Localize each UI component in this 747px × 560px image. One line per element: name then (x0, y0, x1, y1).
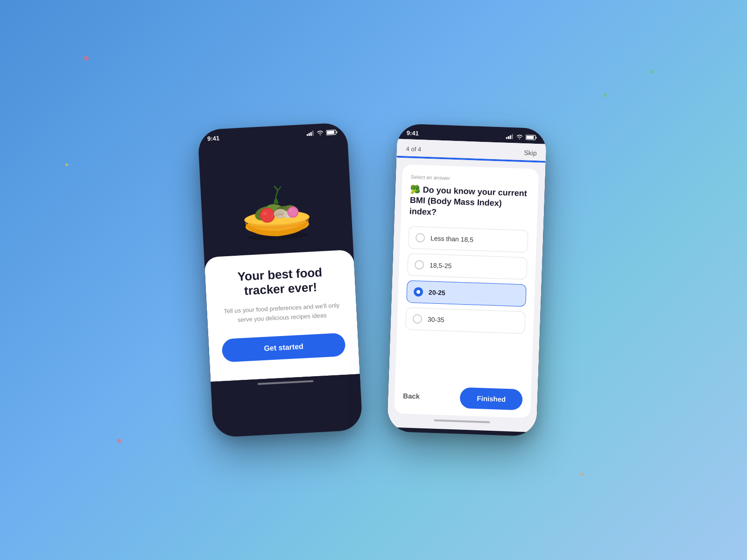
status-icons-phone2 (506, 133, 537, 140)
app-subtitle: Tell us your food preferences and we'll … (220, 301, 344, 325)
signal-icon-phone2 (506, 134, 514, 140)
svg-rect-3 (312, 131, 314, 136)
quiz-card-content: Select an answer 🥦 Do you know your curr… (395, 164, 539, 384)
radio-30-35 (413, 314, 423, 324)
home-indicator-phone1 (258, 380, 314, 385)
svg-rect-29 (526, 135, 534, 139)
quiz-card: Select an answer 🥦 Do you know your curr… (394, 164, 539, 418)
radio-less-than-18 (416, 233, 425, 243)
phone-quiz: 9:41 4 of 4 Skip (387, 124, 547, 437)
option-label-20-25: 20-25 (429, 288, 445, 296)
status-time-phone1: 9:41 (207, 134, 220, 142)
select-answer-label: Select an answer (410, 174, 530, 184)
decorative-dot (580, 473, 584, 476)
option-label-30-35: 30-35 (428, 315, 444, 323)
food-illustration (198, 138, 353, 257)
question-text: 🥦 Do you know your current BMI (Body Mas… (409, 184, 530, 221)
signal-icon (306, 131, 314, 136)
finished-button[interactable]: Finished (460, 387, 523, 411)
svg-rect-2 (310, 132, 312, 136)
svg-rect-1 (309, 133, 310, 136)
svg-rect-24 (506, 137, 507, 139)
status-icons-phone1 (306, 129, 338, 136)
radio-inner-20-25 (416, 290, 420, 294)
options-list: Less than 18,5 18,5-25 20-25 (405, 226, 529, 334)
decorative-dot (65, 163, 68, 166)
get-started-button[interactable]: Get started (221, 333, 345, 363)
option-label-less-than-18: Less than 18,5 (430, 234, 473, 243)
svg-rect-26 (510, 135, 511, 139)
svg-rect-0 (307, 134, 308, 136)
svg-rect-5 (327, 130, 334, 134)
question-emoji: 🥦 (410, 185, 421, 195)
svg-rect-25 (508, 136, 509, 139)
decorative-dot (650, 70, 654, 74)
option-less-than-18[interactable]: Less than 18,5 (408, 226, 529, 253)
battery-icon-phone2 (526, 134, 537, 140)
progress-label: 4 of 4 (406, 145, 421, 153)
decorative-dot (117, 439, 121, 443)
salad-bowl-svg (227, 151, 325, 244)
wifi-icon-phone2 (516, 134, 523, 140)
radio-20-25 (414, 287, 423, 297)
phone-welcome: 9:41 (197, 122, 363, 438)
option-30-35[interactable]: 30-35 (405, 308, 526, 334)
quiz-body: 4 of 4 Skip Select an answer 🥦 Do you kn… (387, 139, 546, 433)
home-indicator-phone2 (434, 420, 490, 423)
option-18-25[interactable]: 18,5-25 (407, 253, 528, 280)
option-label-18-25: 18,5-25 (430, 261, 452, 270)
back-button[interactable]: Back (403, 392, 420, 400)
quiz-footer-actions: Back Finished (394, 379, 531, 418)
skip-button[interactable]: Skip (524, 149, 537, 157)
wifi-icon (316, 130, 324, 136)
status-time-phone2: 9:41 (407, 129, 419, 137)
welcome-card: Your best food tracker ever! Tell us you… (204, 250, 360, 382)
battery-icon (326, 129, 338, 135)
svg-rect-27 (512, 134, 513, 139)
question-body: Do you know your current BMI (Body Mass … (409, 185, 527, 217)
radio-18-25 (415, 260, 424, 270)
decorative-dot (84, 56, 89, 61)
decorative-dot (603, 93, 607, 97)
app-title: Your best food tracker ever! (218, 264, 343, 300)
option-20-25[interactable]: 20-25 (406, 280, 527, 307)
